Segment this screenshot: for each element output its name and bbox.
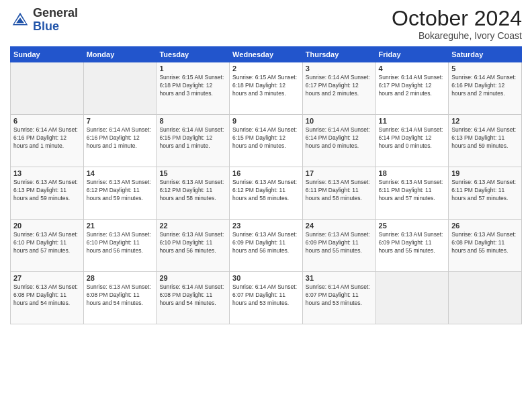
day-info: Sunrise: 6:13 AM Sunset: 6:12 PM Dayligh… xyxy=(87,179,154,203)
day-number: 18 xyxy=(379,169,446,177)
day-info: Sunrise: 6:15 AM Sunset: 6:18 PM Dayligh… xyxy=(159,74,226,98)
col-friday: Friday xyxy=(375,47,449,62)
day-number: 5 xyxy=(451,64,519,73)
day-number: 3 xyxy=(306,64,373,73)
day-number: 14 xyxy=(87,169,154,177)
table-row: 19Sunrise: 6:13 AM Sunset: 6:11 PM Dayli… xyxy=(449,167,522,220)
table-row: 8Sunrise: 6:14 AM Sunset: 6:15 PM Daylig… xyxy=(157,115,230,167)
day-number: 2 xyxy=(232,64,300,73)
page: General Blue October 2024 Bokareguhe, Iv… xyxy=(0,0,532,411)
logo: General Blue xyxy=(10,7,78,34)
day-number: 7 xyxy=(87,117,154,125)
day-number: 30 xyxy=(232,274,300,282)
day-number: 22 xyxy=(159,222,226,230)
day-number: 13 xyxy=(13,169,81,177)
table-row: 10Sunrise: 6:14 AM Sunset: 6:14 PM Dayli… xyxy=(302,115,375,167)
table-row: 23Sunrise: 6:13 AM Sunset: 6:09 PM Dayli… xyxy=(230,220,303,272)
day-info: Sunrise: 6:13 AM Sunset: 6:10 PM Dayligh… xyxy=(87,231,154,255)
day-number: 12 xyxy=(451,117,519,125)
month-title: October 2024 xyxy=(392,7,522,30)
day-info: Sunrise: 6:14 AM Sunset: 6:14 PM Dayligh… xyxy=(306,126,373,150)
table-row: 6Sunrise: 6:14 AM Sunset: 6:16 PM Daylig… xyxy=(11,115,84,167)
day-info: Sunrise: 6:13 AM Sunset: 6:10 PM Dayligh… xyxy=(159,231,226,255)
day-info: Sunrise: 6:14 AM Sunset: 6:16 PM Dayligh… xyxy=(87,126,154,150)
table-row: 7Sunrise: 6:14 AM Sunset: 6:16 PM Daylig… xyxy=(83,115,157,167)
day-number: 28 xyxy=(87,274,154,282)
title-block: October 2024 Bokareguhe, Ivory Coast xyxy=(392,7,522,41)
day-info: Sunrise: 6:14 AM Sunset: 6:15 PM Dayligh… xyxy=(232,126,300,150)
day-number: 24 xyxy=(306,222,373,230)
day-number: 31 xyxy=(306,274,373,282)
day-info: Sunrise: 6:14 AM Sunset: 6:07 PM Dayligh… xyxy=(232,283,300,308)
day-info: Sunrise: 6:13 AM Sunset: 6:08 PM Dayligh… xyxy=(451,231,519,255)
day-info: Sunrise: 6:13 AM Sunset: 6:10 PM Dayligh… xyxy=(13,231,81,255)
day-number: 11 xyxy=(379,117,446,125)
col-tuesday: Tuesday xyxy=(157,47,230,62)
day-info: Sunrise: 6:13 AM Sunset: 6:08 PM Dayligh… xyxy=(13,283,81,308)
day-info: Sunrise: 6:13 AM Sunset: 6:11 PM Dayligh… xyxy=(306,179,373,203)
day-number: 9 xyxy=(232,117,300,125)
table-row: 11Sunrise: 6:14 AM Sunset: 6:14 PM Dayli… xyxy=(375,115,449,167)
header: General Blue October 2024 Bokareguhe, Iv… xyxy=(10,7,522,41)
day-info: Sunrise: 6:14 AM Sunset: 6:17 PM Dayligh… xyxy=(379,74,446,98)
table-row: 2Sunrise: 6:15 AM Sunset: 6:18 PM Daylig… xyxy=(230,62,303,115)
table-row: 29Sunrise: 6:14 AM Sunset: 6:08 PM Dayli… xyxy=(157,272,230,324)
col-saturday: Saturday xyxy=(449,47,522,62)
day-number: 4 xyxy=(379,64,446,73)
table-row: 30Sunrise: 6:14 AM Sunset: 6:07 PM Dayli… xyxy=(230,272,303,324)
table-row: 27Sunrise: 6:13 AM Sunset: 6:08 PM Dayli… xyxy=(11,272,84,324)
table-row: 15Sunrise: 6:13 AM Sunset: 6:12 PM Dayli… xyxy=(157,167,230,220)
day-info: Sunrise: 6:14 AM Sunset: 6:07 PM Dayligh… xyxy=(306,283,373,308)
table-row: 14Sunrise: 6:13 AM Sunset: 6:12 PM Dayli… xyxy=(83,167,157,220)
day-info: Sunrise: 6:13 AM Sunset: 6:13 PM Dayligh… xyxy=(13,179,81,203)
day-number: 19 xyxy=(451,169,519,177)
table-row: 12Sunrise: 6:14 AM Sunset: 6:13 PM Dayli… xyxy=(449,115,522,167)
table-row: 16Sunrise: 6:13 AM Sunset: 6:12 PM Dayli… xyxy=(230,167,303,220)
logo-blue: Blue xyxy=(33,19,59,33)
day-number: 10 xyxy=(306,117,373,125)
table-row: 5Sunrise: 6:14 AM Sunset: 6:16 PM Daylig… xyxy=(449,62,522,115)
day-info: Sunrise: 6:14 AM Sunset: 6:16 PM Dayligh… xyxy=(13,126,81,150)
table-row: 26Sunrise: 6:13 AM Sunset: 6:08 PM Dayli… xyxy=(449,220,522,272)
logo-text: General Blue xyxy=(33,7,78,34)
table-row: 3Sunrise: 6:14 AM Sunset: 6:17 PM Daylig… xyxy=(302,62,375,115)
calendar-table: Sunday Monday Tuesday Wednesday Thursday… xyxy=(10,46,522,324)
col-thursday: Thursday xyxy=(302,47,375,62)
table-row: 17Sunrise: 6:13 AM Sunset: 6:11 PM Dayli… xyxy=(302,167,375,220)
table-row: 4Sunrise: 6:14 AM Sunset: 6:17 PM Daylig… xyxy=(375,62,449,115)
col-wednesday: Wednesday xyxy=(230,47,303,62)
day-number: 29 xyxy=(159,274,226,282)
table-row: 22Sunrise: 6:13 AM Sunset: 6:10 PM Dayli… xyxy=(157,220,230,272)
table-row xyxy=(449,272,522,324)
header-row: Sunday Monday Tuesday Wednesday Thursday… xyxy=(11,47,522,62)
day-info: Sunrise: 6:14 AM Sunset: 6:13 PM Dayligh… xyxy=(451,126,519,150)
week-row-2: 6Sunrise: 6:14 AM Sunset: 6:16 PM Daylig… xyxy=(11,115,522,167)
col-sunday: Sunday xyxy=(11,47,84,62)
location-subtitle: Bokareguhe, Ivory Coast xyxy=(392,30,522,41)
day-number: 27 xyxy=(13,274,81,282)
col-monday: Monday xyxy=(83,47,157,62)
day-info: Sunrise: 6:14 AM Sunset: 6:15 PM Dayligh… xyxy=(159,126,226,150)
day-number: 6 xyxy=(13,117,81,125)
day-number: 8 xyxy=(159,117,226,125)
table-row: 13Sunrise: 6:13 AM Sunset: 6:13 PM Dayli… xyxy=(11,167,84,220)
table-row: 1Sunrise: 6:15 AM Sunset: 6:18 PM Daylig… xyxy=(157,62,230,115)
week-row-4: 20Sunrise: 6:13 AM Sunset: 6:10 PM Dayli… xyxy=(11,220,522,272)
table-row xyxy=(375,272,449,324)
day-number: 25 xyxy=(379,222,446,230)
day-info: Sunrise: 6:13 AM Sunset: 6:11 PM Dayligh… xyxy=(451,179,519,203)
week-row-5: 27Sunrise: 6:13 AM Sunset: 6:08 PM Dayli… xyxy=(11,272,522,324)
day-info: Sunrise: 6:14 AM Sunset: 6:16 PM Dayligh… xyxy=(451,74,519,98)
table-row: 25Sunrise: 6:13 AM Sunset: 6:09 PM Dayli… xyxy=(375,220,449,272)
day-number: 20 xyxy=(13,222,81,230)
day-number: 15 xyxy=(159,169,226,177)
day-number: 1 xyxy=(159,64,226,73)
logo-general: General xyxy=(33,6,78,19)
day-number: 23 xyxy=(232,222,300,230)
day-info: Sunrise: 6:13 AM Sunset: 6:09 PM Dayligh… xyxy=(232,231,300,255)
table-row: 28Sunrise: 6:13 AM Sunset: 6:08 PM Dayli… xyxy=(83,272,157,324)
table-row: 24Sunrise: 6:13 AM Sunset: 6:09 PM Dayli… xyxy=(302,220,375,272)
day-info: Sunrise: 6:13 AM Sunset: 6:11 PM Dayligh… xyxy=(379,179,446,203)
table-row xyxy=(11,62,84,115)
day-number: 16 xyxy=(232,169,300,177)
